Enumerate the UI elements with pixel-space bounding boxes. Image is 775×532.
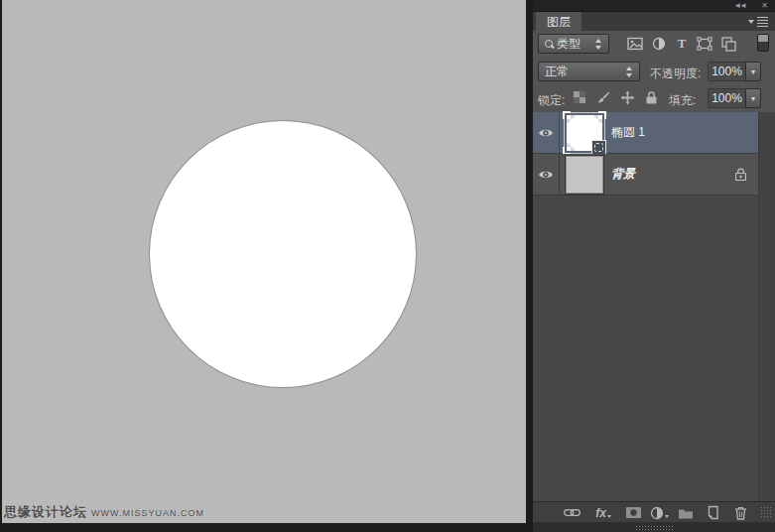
layers-list: 椭圆 1 背景 bbox=[533, 112, 758, 196]
filter-shape-layers-icon[interactable] bbox=[695, 34, 714, 54]
layer-row-background[interactable]: 背景 bbox=[533, 154, 758, 196]
lock-label: 锁定: bbox=[538, 92, 565, 109]
lock-transparency-icon[interactable] bbox=[571, 88, 588, 106]
new-layer-icon[interactable] bbox=[701, 504, 722, 521]
watermark-site-text: 思缘设计论坛 bbox=[4, 504, 87, 519]
layers-panel: ◄◄ ✕ 图层 类型 T bbox=[533, 0, 775, 532]
layer-thumbnail[interactable] bbox=[565, 113, 604, 153]
dock-header: ◄◄ ✕ bbox=[533, 0, 775, 11]
select-spinner-icon bbox=[626, 66, 633, 77]
new-group-folder-icon[interactable] bbox=[675, 504, 697, 521]
eye-icon bbox=[538, 127, 554, 139]
panel-resize-grip[interactable] bbox=[760, 506, 773, 519]
filter-type-select[interactable]: 类型 bbox=[538, 34, 609, 54]
visibility-toggle[interactable] bbox=[533, 154, 560, 195]
new-adjustment-layer-icon[interactable] bbox=[648, 504, 670, 521]
close-panel-icon[interactable]: ✕ bbox=[761, 0, 768, 11]
layer-row-ellipse-1[interactable]: 椭圆 1 bbox=[533, 112, 758, 154]
layer-style-fx-icon[interactable]: fx bbox=[592, 504, 614, 521]
panel-menu-icon[interactable] bbox=[748, 17, 768, 28]
photoshop-workspace: 思缘设计论坛WWW.MISSYUAN.COM ◄◄ ✕ 图层 类型 bbox=[0, 0, 775, 532]
watermark-url-text: WWW.MISSYUAN.COM bbox=[91, 508, 204, 518]
filtering-on-off-toggle[interactable] bbox=[757, 34, 769, 52]
search-icon bbox=[545, 40, 553, 48]
lock-pixels-brush-icon[interactable] bbox=[594, 88, 612, 106]
filter-adjustment-layers-icon[interactable] bbox=[649, 34, 669, 54]
tab-layers[interactable]: 图层 bbox=[536, 12, 581, 32]
lock-all-icon[interactable] bbox=[642, 88, 660, 106]
add-layer-mask-icon[interactable] bbox=[622, 504, 644, 521]
visibility-toggle[interactable] bbox=[533, 112, 560, 153]
document-canvas[interactable]: 思缘设计论坛WWW.MISSYUAN.COM bbox=[2, 0, 526, 523]
eye-icon bbox=[538, 169, 554, 181]
filter-pixel-layers-icon[interactable] bbox=[625, 34, 645, 54]
fill-dropdown-arrow[interactable]: ▼ bbox=[745, 88, 761, 108]
collapse-panels-icon[interactable]: ◄◄ bbox=[733, 0, 745, 11]
layers-bottom-toolbar: fx bbox=[533, 501, 775, 522]
watermark: 思缘设计论坛WWW.MISSYUAN.COM bbox=[4, 502, 204, 521]
layers-scrollbar-gutter[interactable] bbox=[758, 112, 775, 501]
opacity-dropdown-arrow[interactable]: ▼ bbox=[745, 62, 761, 81]
select-spinner-icon bbox=[595, 39, 602, 50]
ellipse-shape bbox=[150, 121, 416, 387]
layer-name[interactable]: 椭圆 1 bbox=[611, 112, 645, 153]
layer-name[interactable]: 背景 bbox=[611, 154, 635, 195]
fill-label: 填充: bbox=[669, 92, 696, 109]
background-lock-icon bbox=[735, 168, 746, 181]
link-layers-icon[interactable] bbox=[561, 504, 582, 521]
filter-smart-objects-icon[interactable] bbox=[718, 34, 738, 54]
fill-value-field[interactable]: 100% bbox=[708, 88, 746, 108]
layers-panel-controls: 类型 T 正常 不透明度: bbox=[533, 31, 775, 112]
blend-mode-select[interactable]: 正常 bbox=[538, 62, 640, 81]
opacity-value-field[interactable]: 100% bbox=[708, 62, 746, 81]
layer-thumbnail[interactable] bbox=[566, 156, 603, 194]
filter-type-layers-icon[interactable]: T bbox=[672, 34, 692, 54]
panel-drag-handle[interactable] bbox=[635, 525, 673, 530]
lock-position-move-icon[interactable] bbox=[618, 88, 636, 106]
opacity-label: 不透明度: bbox=[650, 66, 701, 82]
delete-layer-trash-icon[interactable] bbox=[729, 504, 751, 521]
shape-layer-badge-icon bbox=[591, 140, 606, 155]
panel-bottom-strip bbox=[533, 522, 775, 532]
panel-tab-bar: 图层 bbox=[533, 11, 775, 31]
